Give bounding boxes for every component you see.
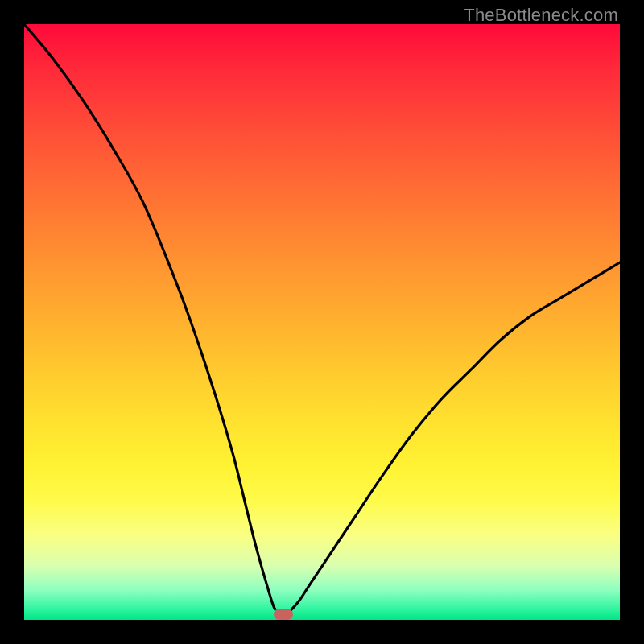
optimum-marker xyxy=(274,609,293,620)
chart-frame: TheBottleneck.com xyxy=(0,0,644,644)
bottleneck-curve xyxy=(24,24,620,620)
watermark-text: TheBottleneck.com xyxy=(464,5,618,26)
plot-area xyxy=(24,24,620,620)
